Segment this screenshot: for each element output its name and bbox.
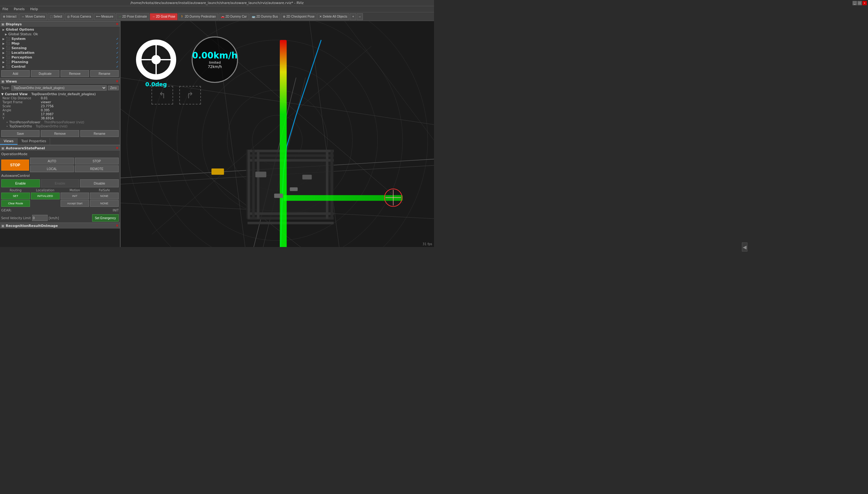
stop-mode-button[interactable]: STOP — [75, 158, 119, 165]
svg-point-5 — [152, 21, 403, 247]
init-button[interactable]: INIT — [61, 193, 89, 200]
tab-bar: Views Tool Properties — [0, 138, 120, 145]
clear-route-button[interactable]: Clear Route — [1, 200, 30, 207]
tab-views[interactable]: Views — [0, 138, 18, 145]
localization-col: Localization INITIALIZED — [31, 189, 60, 207]
add-tool-button[interactable]: + — [350, 13, 356, 20]
third-person-follower-item[interactable]: • ThirdPersonFollower ThirdPersonFollowe… — [0, 120, 120, 124]
routing-col: Routing SET Clear Route — [1, 189, 30, 207]
local-button[interactable]: LOCAL — [30, 165, 74, 172]
svg-line-15 — [120, 109, 309, 247]
svg-point-1 — [252, 115, 302, 165]
focus-camera-button[interactable]: ◎ Focus Camera — [65, 13, 93, 20]
view-scale: Scale 23.7756 — [0, 104, 120, 108]
view-near-clip: Near Clip Distance 0.01 — [0, 96, 120, 100]
arrow-icon: ▶ — [2, 51, 5, 54]
rename-display-button[interactable]: Rename — [90, 70, 119, 77]
menubar: File Panels Help — [0, 6, 434, 12]
remove-display-button[interactable]: Remove — [61, 70, 89, 77]
views-tree: ▼ Current View TopDownOrtho (rviz_defaul… — [0, 92, 120, 129]
set-route-button[interactable]: SET — [1, 193, 30, 200]
views-zero-button[interactable]: Zero — [108, 86, 119, 90]
save-view-button[interactable]: Save — [1, 130, 40, 137]
steering-ring — [136, 40, 176, 80]
recognition-panel: ▣RecognitionResultOnImage ✕ No Image — [0, 223, 120, 247]
svg-rect-19 — [246, 150, 334, 218]
falsafe-none2-button[interactable]: NONE — [90, 200, 119, 207]
initialized-button[interactable]: INITIALIZED — [31, 193, 60, 200]
arrow-icon: ▶ — [2, 42, 5, 45]
auto-button[interactable]: AUTO — [30, 158, 74, 165]
disable-button[interactable]: Disable — [80, 179, 119, 187]
remove-view-button[interactable]: Remove — [41, 130, 79, 137]
perception-icon: ⬛ — [6, 55, 10, 59]
goal-pose-button[interactable]: → 2D Goal Pose — [150, 13, 177, 20]
autoware-panel-header: ▣AutowareStatePanel ✕ — [0, 145, 120, 151]
speed-limited-label: limited — [209, 61, 221, 64]
pose-estimate-button[interactable]: → 2D Pose Estimate — [116, 13, 149, 20]
checkpoint-pose-button[interactable]: ⊛ 2D Checkpoint Pose — [281, 13, 316, 20]
display-map[interactable]: ▶ ⬛ Map ✓ — [0, 41, 120, 46]
measure-button[interactable]: ⟵ Measure — [94, 13, 116, 20]
views-close-button[interactable]: ✕ — [116, 79, 119, 83]
select-button[interactable]: ⬚ Select — [47, 13, 64, 20]
accept-start-button[interactable]: Accept Start — [61, 200, 89, 207]
recognition-close-button[interactable]: ✕ — [116, 224, 119, 228]
svg-rect-22 — [248, 159, 334, 162]
svg-rect-29 — [326, 150, 328, 218]
display-localization[interactable]: ▶ ⬛ Localization ✓ — [0, 51, 120, 55]
autoware-panel-close[interactable]: ✕ — [116, 146, 119, 150]
remote-button[interactable]: REMOTE — [75, 165, 119, 172]
display-sensing[interactable]: ▶ ⬛ Sensing ✓ — [0, 46, 120, 51]
dummy-ped-icon: 🚶 — [180, 15, 184, 18]
display-perception[interactable]: ▶ ⬛ Perception ✓ — [0, 55, 120, 60]
delete-all-button[interactable]: ✕ Delete All Objects — [317, 13, 349, 20]
display-system[interactable]: ▶ ⬛ System ✓ — [0, 37, 120, 41]
displays-section: ▣Displays ✕ ▶ Global Options ▶ Global St… — [0, 21, 120, 78]
svg-rect-28 — [257, 150, 259, 218]
duplicate-display-button[interactable]: Duplicate — [31, 70, 59, 77]
measure-icon: ⟵ — [96, 15, 100, 18]
steering-wheel-overlay: 0.0deg — [136, 40, 176, 80]
display-global-status[interactable]: ▶ Global Status: Ok — [0, 32, 120, 37]
views-header: ▣Views ✕ — [0, 78, 120, 84]
delete-icon: ✕ — [319, 15, 322, 18]
view-x: X 17.9987 — [0, 112, 120, 116]
menu-panels[interactable]: Panels — [12, 7, 26, 11]
display-global-options[interactable]: ▶ Global Options — [0, 27, 120, 32]
add-display-button[interactable]: Add — [1, 70, 30, 77]
menu-file[interactable]: File — [1, 7, 9, 11]
set-emergency-button[interactable]: Set Emergency — [92, 214, 119, 222]
menu-help[interactable]: Help — [29, 7, 39, 11]
main-3d-viewport[interactable]: 0.0deg 0.00km/h limited 72km/h ↰ ↱ 31 fp… — [120, 21, 434, 247]
top-down-ortho-item[interactable]: • TopDownOrtho TopDownOrtho (rviz) — [0, 124, 120, 128]
svg-line-17 — [340, 21, 434, 140]
remove-tool-button[interactable]: – — [357, 13, 363, 20]
views-type-select[interactable]: TopDownOrtho (rviz_default_plugins) — [12, 85, 107, 91]
enable-button[interactable]: Enable — [1, 179, 40, 187]
falsafe-none1-button[interactable]: NONE — [90, 193, 119, 200]
views-type-row: Type: TopDownOrtho (rviz_default_plugins… — [0, 84, 120, 92]
dummy-car-icon: 🚗 — [221, 15, 225, 18]
display-control[interactable]: ▶ ⬛ Control ✓ — [0, 64, 120, 69]
dummy-car-button[interactable]: 🚗 2D Dummy Car — [218, 13, 249, 20]
dummy-pedestrian-button[interactable]: 🚶 2D Dummy Pedestrian — [178, 13, 218, 20]
stop-button[interactable]: STOP — [1, 159, 29, 171]
svg-line-9 — [120, 159, 434, 178]
rename-view-button[interactable]: Rename — [80, 130, 119, 137]
display-planning[interactable]: ▶ ⬛ Planning ✓ — [0, 60, 120, 64]
svg-rect-27 — [252, 150, 255, 218]
control-icon: ⬛ — [6, 64, 10, 69]
views-buttons-row: Save Remove Rename — [0, 129, 120, 138]
svg-rect-32 — [284, 195, 403, 201]
dummy-bus-button[interactable]: 🚌 2D Dummy Bus — [249, 13, 280, 20]
tab-tool-properties[interactable]: Tool Properties — [18, 138, 50, 145]
svg-point-2 — [227, 90, 327, 190]
title-text: /home/hrkota/dev/autoware/install/autowa… — [131, 1, 304, 5]
interact-button[interactable]: ⊕ Interact — [1, 13, 19, 20]
displays-close-button[interactable]: ✕ — [116, 22, 119, 26]
speed-value: 0.00km/h — [192, 51, 237, 61]
move-camera-button[interactable]: ↔ Move Camera — [19, 13, 47, 20]
bullet-icon: • — [6, 120, 8, 124]
velocity-input[interactable] — [32, 215, 47, 221]
